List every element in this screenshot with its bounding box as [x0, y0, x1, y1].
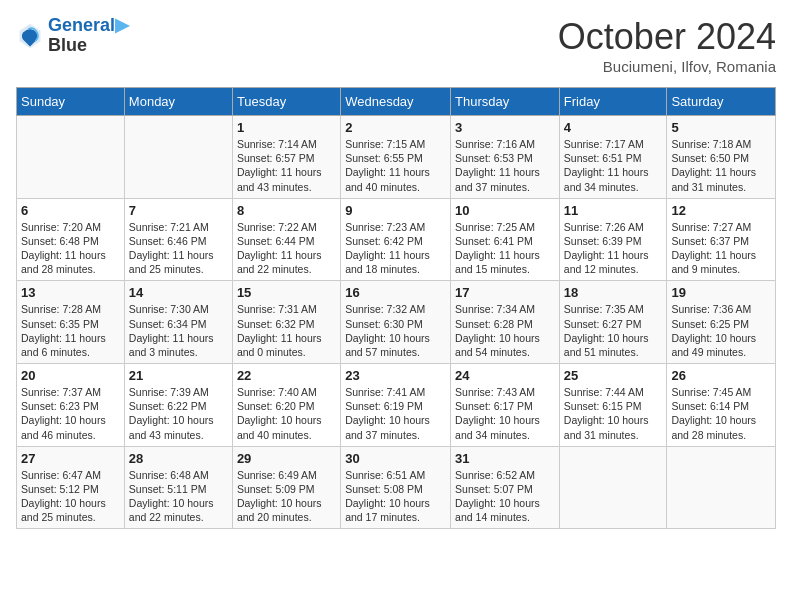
- day-number: 4: [564, 120, 663, 135]
- calendar-cell: 1Sunrise: 7:14 AM Sunset: 6:57 PM Daylig…: [232, 116, 340, 199]
- day-info: Sunrise: 7:27 AM Sunset: 6:37 PM Dayligh…: [671, 220, 771, 277]
- day-number: 15: [237, 285, 336, 300]
- calendar-cell: 23Sunrise: 7:41 AM Sunset: 6:19 PM Dayli…: [341, 364, 451, 447]
- calendar-cell: 2Sunrise: 7:15 AM Sunset: 6:55 PM Daylig…: [341, 116, 451, 199]
- day-info: Sunrise: 7:35 AM Sunset: 6:27 PM Dayligh…: [564, 302, 663, 359]
- calendar-cell: 17Sunrise: 7:34 AM Sunset: 6:28 PM Dayli…: [451, 281, 560, 364]
- calendar-cell: 25Sunrise: 7:44 AM Sunset: 6:15 PM Dayli…: [559, 364, 667, 447]
- logo: General▶ Blue: [16, 16, 129, 56]
- calendar-cell: 11Sunrise: 7:26 AM Sunset: 6:39 PM Dayli…: [559, 198, 667, 281]
- day-info: Sunrise: 7:14 AM Sunset: 6:57 PM Dayligh…: [237, 137, 336, 194]
- logo-text: General▶ Blue: [48, 16, 129, 56]
- day-number: 7: [129, 203, 228, 218]
- calendar-week-row: 1Sunrise: 7:14 AM Sunset: 6:57 PM Daylig…: [17, 116, 776, 199]
- day-info: Sunrise: 7:17 AM Sunset: 6:51 PM Dayligh…: [564, 137, 663, 194]
- calendar-cell: 26Sunrise: 7:45 AM Sunset: 6:14 PM Dayli…: [667, 364, 776, 447]
- calendar-cell: 7Sunrise: 7:21 AM Sunset: 6:46 PM Daylig…: [124, 198, 232, 281]
- day-number: 28: [129, 451, 228, 466]
- day-number: 30: [345, 451, 446, 466]
- day-info: Sunrise: 7:45 AM Sunset: 6:14 PM Dayligh…: [671, 385, 771, 442]
- calendar-cell: 8Sunrise: 7:22 AM Sunset: 6:44 PM Daylig…: [232, 198, 340, 281]
- day-number: 9: [345, 203, 446, 218]
- calendar-cell: 13Sunrise: 7:28 AM Sunset: 6:35 PM Dayli…: [17, 281, 125, 364]
- day-number: 24: [455, 368, 555, 383]
- calendar-table: SundayMondayTuesdayWednesdayThursdayFrid…: [16, 87, 776, 529]
- calendar-cell: 30Sunrise: 6:51 AM Sunset: 5:08 PM Dayli…: [341, 446, 451, 529]
- day-info: Sunrise: 7:20 AM Sunset: 6:48 PM Dayligh…: [21, 220, 120, 277]
- day-info: Sunrise: 7:15 AM Sunset: 6:55 PM Dayligh…: [345, 137, 446, 194]
- day-info: Sunrise: 7:44 AM Sunset: 6:15 PM Dayligh…: [564, 385, 663, 442]
- page-header: General▶ Blue October 2024 Buciumeni, Il…: [16, 16, 776, 75]
- day-number: 8: [237, 203, 336, 218]
- day-number: 3: [455, 120, 555, 135]
- day-number: 17: [455, 285, 555, 300]
- day-info: Sunrise: 6:48 AM Sunset: 5:11 PM Dayligh…: [129, 468, 228, 525]
- weekday-header: Saturday: [667, 88, 776, 116]
- calendar-cell: 19Sunrise: 7:36 AM Sunset: 6:25 PM Dayli…: [667, 281, 776, 364]
- day-number: 11: [564, 203, 663, 218]
- calendar-cell: 28Sunrise: 6:48 AM Sunset: 5:11 PM Dayli…: [124, 446, 232, 529]
- calendar-week-row: 6Sunrise: 7:20 AM Sunset: 6:48 PM Daylig…: [17, 198, 776, 281]
- day-info: Sunrise: 7:39 AM Sunset: 6:22 PM Dayligh…: [129, 385, 228, 442]
- day-number: 19: [671, 285, 771, 300]
- day-info: Sunrise: 6:49 AM Sunset: 5:09 PM Dayligh…: [237, 468, 336, 525]
- day-info: Sunrise: 6:47 AM Sunset: 5:12 PM Dayligh…: [21, 468, 120, 525]
- calendar-cell: 21Sunrise: 7:39 AM Sunset: 6:22 PM Dayli…: [124, 364, 232, 447]
- calendar-cell: 18Sunrise: 7:35 AM Sunset: 6:27 PM Dayli…: [559, 281, 667, 364]
- day-info: Sunrise: 7:22 AM Sunset: 6:44 PM Dayligh…: [237, 220, 336, 277]
- calendar-cell: 24Sunrise: 7:43 AM Sunset: 6:17 PM Dayli…: [451, 364, 560, 447]
- day-info: Sunrise: 7:26 AM Sunset: 6:39 PM Dayligh…: [564, 220, 663, 277]
- calendar-cell: 5Sunrise: 7:18 AM Sunset: 6:50 PM Daylig…: [667, 116, 776, 199]
- location: Buciumeni, Ilfov, Romania: [558, 58, 776, 75]
- day-number: 29: [237, 451, 336, 466]
- day-number: 5: [671, 120, 771, 135]
- weekday-header: Sunday: [17, 88, 125, 116]
- calendar-cell: [559, 446, 667, 529]
- day-number: 27: [21, 451, 120, 466]
- day-number: 6: [21, 203, 120, 218]
- day-info: Sunrise: 7:25 AM Sunset: 6:41 PM Dayligh…: [455, 220, 555, 277]
- calendar-week-row: 13Sunrise: 7:28 AM Sunset: 6:35 PM Dayli…: [17, 281, 776, 364]
- calendar-cell: 16Sunrise: 7:32 AM Sunset: 6:30 PM Dayli…: [341, 281, 451, 364]
- day-number: 16: [345, 285, 446, 300]
- day-info: Sunrise: 7:30 AM Sunset: 6:34 PM Dayligh…: [129, 302, 228, 359]
- day-info: Sunrise: 7:16 AM Sunset: 6:53 PM Dayligh…: [455, 137, 555, 194]
- calendar-cell: 9Sunrise: 7:23 AM Sunset: 6:42 PM Daylig…: [341, 198, 451, 281]
- day-info: Sunrise: 7:43 AM Sunset: 6:17 PM Dayligh…: [455, 385, 555, 442]
- calendar-week-row: 27Sunrise: 6:47 AM Sunset: 5:12 PM Dayli…: [17, 446, 776, 529]
- weekday-header: Monday: [124, 88, 232, 116]
- day-info: Sunrise: 6:52 AM Sunset: 5:07 PM Dayligh…: [455, 468, 555, 525]
- day-info: Sunrise: 7:18 AM Sunset: 6:50 PM Dayligh…: [671, 137, 771, 194]
- calendar-body: 1Sunrise: 7:14 AM Sunset: 6:57 PM Daylig…: [17, 116, 776, 529]
- calendar-header: SundayMondayTuesdayWednesdayThursdayFrid…: [17, 88, 776, 116]
- calendar-cell: 29Sunrise: 6:49 AM Sunset: 5:09 PM Dayli…: [232, 446, 340, 529]
- calendar-cell: [17, 116, 125, 199]
- day-info: Sunrise: 7:40 AM Sunset: 6:20 PM Dayligh…: [237, 385, 336, 442]
- day-info: Sunrise: 7:37 AM Sunset: 6:23 PM Dayligh…: [21, 385, 120, 442]
- day-number: 2: [345, 120, 446, 135]
- weekday-header: Wednesday: [341, 88, 451, 116]
- calendar-cell: 3Sunrise: 7:16 AM Sunset: 6:53 PM Daylig…: [451, 116, 560, 199]
- logo-icon: [16, 22, 44, 50]
- calendar-cell: [124, 116, 232, 199]
- calendar-cell: [667, 446, 776, 529]
- day-info: Sunrise: 6:51 AM Sunset: 5:08 PM Dayligh…: [345, 468, 446, 525]
- day-number: 13: [21, 285, 120, 300]
- day-number: 12: [671, 203, 771, 218]
- calendar-week-row: 20Sunrise: 7:37 AM Sunset: 6:23 PM Dayli…: [17, 364, 776, 447]
- day-info: Sunrise: 7:31 AM Sunset: 6:32 PM Dayligh…: [237, 302, 336, 359]
- day-number: 25: [564, 368, 663, 383]
- day-number: 18: [564, 285, 663, 300]
- calendar-cell: 31Sunrise: 6:52 AM Sunset: 5:07 PM Dayli…: [451, 446, 560, 529]
- calendar-cell: 20Sunrise: 7:37 AM Sunset: 6:23 PM Dayli…: [17, 364, 125, 447]
- logo-line1: General: [48, 15, 115, 35]
- logo-line2: Blue: [48, 36, 129, 56]
- calendar-cell: 6Sunrise: 7:20 AM Sunset: 6:48 PM Daylig…: [17, 198, 125, 281]
- day-info: Sunrise: 7:41 AM Sunset: 6:19 PM Dayligh…: [345, 385, 446, 442]
- day-info: Sunrise: 7:32 AM Sunset: 6:30 PM Dayligh…: [345, 302, 446, 359]
- calendar-cell: 14Sunrise: 7:30 AM Sunset: 6:34 PM Dayli…: [124, 281, 232, 364]
- weekday-header: Tuesday: [232, 88, 340, 116]
- calendar-cell: 4Sunrise: 7:17 AM Sunset: 6:51 PM Daylig…: [559, 116, 667, 199]
- title-block: October 2024 Buciumeni, Ilfov, Romania: [558, 16, 776, 75]
- calendar-cell: 22Sunrise: 7:40 AM Sunset: 6:20 PM Dayli…: [232, 364, 340, 447]
